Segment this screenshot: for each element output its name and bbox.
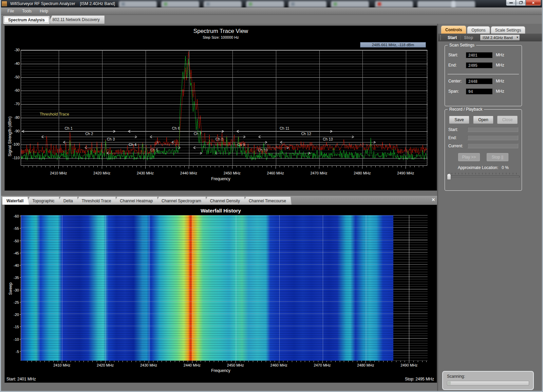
play-button[interactable]: Play >> <box>458 153 480 161</box>
gridline-h <box>21 153 428 153</box>
gridline-h <box>21 56 428 56</box>
record-playback-group: Record / Playback SaveOpenClose Start:En… <box>445 109 522 191</box>
save-button[interactable]: Save <box>449 116 469 124</box>
minimize-button[interactable] <box>506 0 516 6</box>
start-scan-button[interactable]: Start <box>444 35 460 40</box>
x-minor-tick <box>297 166 298 167</box>
x-minor-tick <box>367 166 367 167</box>
waterfall-x-minor-tick <box>326 361 327 362</box>
x-minor-tick <box>219 166 219 167</box>
view-tab-delta[interactable]: Delta <box>57 197 78 205</box>
view-tab-channel-density[interactable]: Channel Density <box>203 197 245 205</box>
waterfall-x-minor-tick <box>71 361 71 362</box>
x-minor-tick <box>132 166 133 167</box>
scan-value-input[interactable]: 2401 <box>466 52 492 58</box>
gridline-h <box>21 61 428 61</box>
waterfall-x-minor-tick <box>53 361 54 362</box>
waterfall-x-minor-tick <box>292 361 292 362</box>
sidebar-tab-controls[interactable]: Controls <box>441 25 466 34</box>
close-view-icon[interactable]: ✕ <box>430 197 436 203</box>
waterfall-y-tick-label: -40 <box>9 263 19 267</box>
waterfall-y-tick-label: -55 <box>9 226 19 230</box>
waterfall-x-minor-tick <box>166 361 166 362</box>
tab-802-11-network-discovery[interactable]: 802.11 Network Discovery <box>48 16 105 24</box>
close-button[interactable]: ✕ <box>526 0 541 6</box>
waterfall-x-minor-tick <box>153 361 153 362</box>
sidebar-tab-scale-settings[interactable]: Scale Settings <box>491 26 526 34</box>
scan-label: Center: <box>448 79 466 83</box>
background-tab <box>417 1 455 7</box>
waterfall-x-tick-label: 2480 MHz <box>353 363 378 367</box>
x-minor-tick <box>423 166 423 167</box>
waterfall-x-minor-tick <box>353 361 353 362</box>
x-minor-tick <box>410 166 410 167</box>
waterfall-x-minor-tick <box>279 361 279 363</box>
maximize-button[interactable] <box>516 0 526 6</box>
record-field-value <box>467 127 518 132</box>
open-button[interactable]: Open <box>473 116 493 124</box>
close-button[interactable]: Close <box>497 116 518 124</box>
view-tab-channel-timecourse[interactable]: Channel Timecourse <box>242 197 292 205</box>
x-tick-label: 2450 MHz <box>220 171 244 175</box>
waterfall-x-minor-tick <box>192 361 192 363</box>
scanning-progress-bar <box>447 381 529 386</box>
gridline-v <box>102 50 102 166</box>
menu-file[interactable]: File <box>3 8 18 15</box>
scan-label: Start: <box>448 53 466 57</box>
x-minor-tick <box>262 166 263 167</box>
scan-value-input[interactable]: 94 <box>466 89 492 94</box>
spectrum-x-axis-title: Frequency <box>5 176 437 181</box>
gridline-h <box>21 85 428 86</box>
waterfall-x-tick-label: 2490 MHz <box>397 363 421 367</box>
waterfall-x-minor-tick <box>170 361 171 362</box>
x-minor-tick <box>202 166 202 167</box>
gridline-h <box>21 164 428 164</box>
playback-stop-button[interactable]: Stop || <box>487 153 508 161</box>
scan-value-input[interactable]: 2448 <box>466 78 492 84</box>
view-tab-channel-heatmap[interactable]: Channel Heatmap <box>113 197 158 205</box>
menu-tools[interactable]: Tools <box>18 8 36 15</box>
stop-scan-button[interactable]: Stop <box>460 35 476 40</box>
waterfall-x-minor-tick <box>83 361 84 362</box>
scan-value-input[interactable]: 2495 <box>466 62 492 68</box>
x-minor-tick <box>371 166 371 167</box>
toolbar-grip-icon <box>440 35 442 40</box>
waterfall-x-tick-label: 2460 MHz <box>267 363 291 367</box>
playback-position-slider[interactable] <box>447 173 520 182</box>
waterfall-x-minor-tick <box>222 361 223 362</box>
waterfall-x-minor-tick <box>196 361 197 362</box>
waterfall-gridline <box>279 215 280 361</box>
band-select-dropdown[interactable]: ISM 2.4GHz Band ▾ <box>480 34 520 41</box>
gridline-h <box>21 120 428 121</box>
view-tab-channel-spectrogram[interactable]: Channel Spectrogram <box>155 197 207 205</box>
x-minor-tick <box>284 166 284 167</box>
x-minor-tick <box>193 166 193 167</box>
y-tick-label: -90 <box>10 129 20 133</box>
waterfall-x-minor-tick <box>101 361 101 362</box>
view-tab-threshold-trace[interactable]: Threshold Trace <box>75 197 117 205</box>
menu-help[interactable]: Help <box>36 8 52 15</box>
x-minor-tick <box>180 166 180 167</box>
waterfall-x-minor-tick <box>79 361 79 362</box>
waterfall-heatmap[interactable] <box>21 215 393 361</box>
view-tab-waterfall[interactable]: Waterfall <box>2 197 29 205</box>
tab-spectrum-analysis[interactable]: Spectrum Analysis <box>3 16 50 24</box>
sidebar-tab-options[interactable]: Options <box>467 26 490 34</box>
x-minor-tick <box>93 166 94 167</box>
cursor-readout: 2485.661 MHz, -118 dBm <box>360 42 426 48</box>
waterfall-y-tick-label: -15 <box>9 325 19 329</box>
view-tab-topographic[interactable]: Topographic <box>25 197 60 205</box>
record-field-current: Current: <box>448 143 518 148</box>
waterfall-y-tick <box>20 339 21 339</box>
scan-row-center: Center:2448MHz <box>448 78 522 85</box>
waterfall-x-minor-tick <box>88 361 88 362</box>
slider-ticks <box>448 173 518 174</box>
waterfall-x-minor-tick <box>75 361 75 362</box>
waterfall-x-minor-tick <box>123 361 123 362</box>
x-minor-tick <box>375 166 376 167</box>
gridline-v <box>276 50 276 166</box>
x-minor-tick <box>76 166 76 167</box>
waterfall-x-minor-tick <box>105 361 106 363</box>
x-minor-tick <box>319 166 319 169</box>
spectrum-plot[interactable]: Threshold Trace Ch 1Ch 2Ch 3Ch 4Ch 5Ch 6… <box>21 50 427 166</box>
